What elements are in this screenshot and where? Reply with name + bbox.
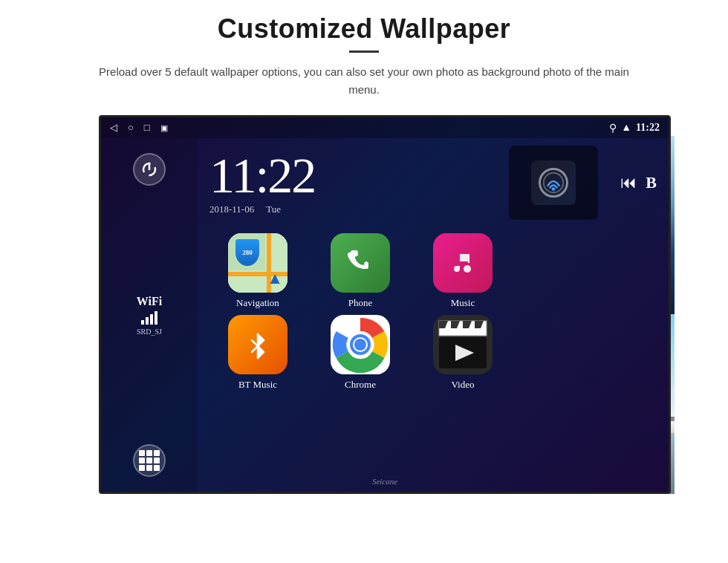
wifi-bar-3	[150, 314, 153, 325]
phone-icon[interactable]	[331, 233, 390, 293]
clock-date-value: 2018-11-06	[209, 204, 254, 215]
video-svg	[433, 315, 493, 374]
chrome-icon[interactable]	[331, 315, 390, 374]
status-bar-left: ◁ ○ □ ▣	[110, 122, 168, 134]
apps-dot-6	[154, 458, 160, 463]
app-label-chrome: Chrome	[345, 379, 376, 391]
left-sidebar: WiFi SRD_SJ	[101, 138, 198, 492]
app-label-bt-music: BT Music	[238, 379, 277, 391]
apps-dot-8	[146, 465, 152, 471]
status-bar: ◁ ○ □ ▣ ⚲ ▲ 11:22	[101, 117, 669, 138]
app-item-music[interactable]: Music	[415, 233, 511, 309]
app-grid: 280 ▲ Navigation	[198, 227, 669, 397]
navigation-icon[interactable]: 280 ▲	[228, 233, 287, 293]
device-wrapper: Video ◁ ○ □ ▣ ⚲ ▲ 11:22	[56, 115, 672, 509]
app-label-phone: Phone	[348, 297, 373, 309]
media-controls: ⏮ B	[620, 173, 657, 192]
app-item-chrome[interactable]: Chrome	[312, 315, 409, 391]
wifi-bar-2	[146, 317, 149, 325]
app-item-bt-music[interactable]: BT Music	[209, 315, 306, 391]
apps-dot-1	[139, 450, 145, 456]
page-description: Preload over 5 default wallpaper options…	[97, 63, 631, 99]
app-item-phone[interactable]: Phone	[312, 233, 409, 309]
clock-time: 11:22	[209, 150, 494, 201]
apps-dot-3	[154, 450, 160, 456]
media-wifi-svg	[541, 169, 566, 196]
page-container: Customized Wallpaper Preload over 5 defa…	[0, 0, 728, 563]
video-icon[interactable]	[433, 315, 493, 374]
page-title: Customized Wallpaper	[218, 13, 511, 45]
apps-dot-4	[139, 458, 145, 463]
home-icon[interactable]: ○	[128, 122, 134, 134]
media-icon	[531, 160, 576, 205]
next-track-label[interactable]: B	[646, 173, 657, 192]
screen-content: WiFi SRD_SJ	[101, 138, 669, 492]
svg-point-24	[464, 265, 471, 273]
wifi-bar-4	[155, 311, 157, 325]
shield-number: 280	[242, 250, 253, 256]
location-icon: ⚲	[609, 122, 617, 134]
recents-icon[interactable]: □	[144, 122, 150, 134]
apps-grid-icon	[139, 450, 160, 471]
nav-map-bg: 280 ▲	[228, 233, 287, 293]
app-label-navigation: Navigation	[236, 297, 279, 309]
svg-point-33	[354, 339, 366, 351]
svg-point-18	[552, 187, 556, 191]
phone-svg	[344, 247, 377, 279]
music-svg	[446, 247, 479, 279]
clock-section: 11:22 2018-11-06 Tue	[209, 150, 494, 215]
nav-arrow: ▲	[267, 269, 283, 288]
android-screen: ◁ ○ □ ▣ ⚲ ▲ 11:22	[99, 115, 671, 494]
svg-point-23	[449, 250, 476, 276]
bt-music-icon[interactable]	[228, 315, 287, 374]
wifi-bars	[137, 311, 162, 325]
app-label-video: Video	[452, 379, 475, 391]
clock-day-value: Tue	[266, 204, 281, 215]
power-button[interactable]	[133, 153, 166, 186]
apps-dot-9	[154, 465, 160, 471]
apps-dot-2	[146, 450, 152, 456]
app-item-video[interactable]: Video	[415, 315, 511, 391]
app-item-navigation[interactable]: 280 ▲ Navigation	[209, 233, 306, 309]
status-time: 11:22	[636, 122, 660, 134]
chrome-svg	[331, 315, 390, 374]
wifi-label: WiFi	[137, 295, 162, 308]
signal-icon: ▲	[621, 122, 631, 134]
wifi-circle-media	[539, 168, 568, 198]
apps-dot-5	[146, 458, 152, 463]
wifi-section: WiFi SRD_SJ	[137, 295, 162, 336]
wifi-bar-1	[141, 320, 144, 325]
status-bar-right: ⚲ ▲ 11:22	[609, 122, 660, 134]
clock-date: 2018-11-06 Tue	[209, 204, 494, 215]
clock-area: 11:22 2018-11-06 Tue	[198, 138, 669, 227]
prev-track-icon[interactable]: ⏮	[620, 173, 637, 192]
bt-svg	[241, 328, 274, 361]
nav-shield: 280	[235, 239, 259, 266]
back-icon[interactable]: ◁	[110, 122, 117, 134]
title-divider	[349, 51, 379, 53]
music-icon[interactable]	[433, 233, 493, 293]
wifi-ssid: SRD_SJ	[137, 328, 162, 336]
power-icon	[141, 161, 157, 178]
app-label-music: Music	[451, 297, 475, 309]
screenshot-icon[interactable]: ▣	[160, 123, 168, 133]
apps-dot-7	[139, 465, 145, 471]
media-widget[interactable]	[509, 146, 598, 220]
center-content: 11:22 2018-11-06 Tue	[198, 138, 669, 492]
apps-button[interactable]	[133, 444, 166, 477]
